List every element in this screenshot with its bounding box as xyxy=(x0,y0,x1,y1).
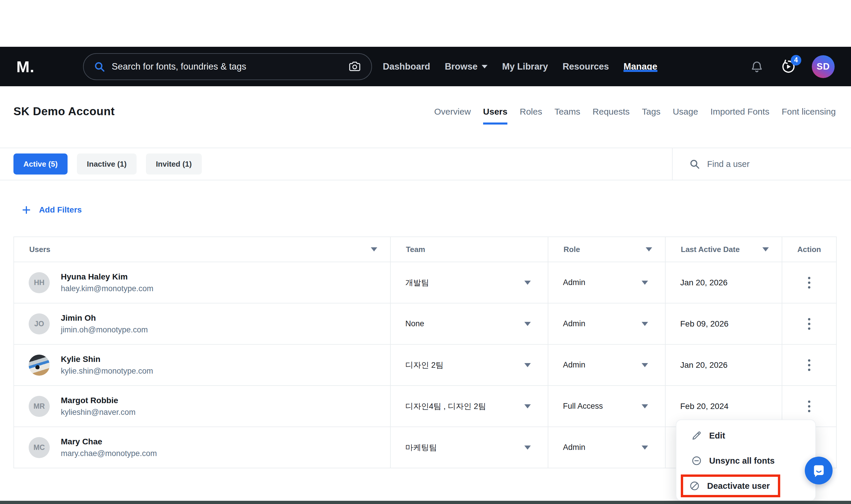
nav-item-label: Resources xyxy=(563,61,609,72)
kebab-menu-icon[interactable] xyxy=(804,356,814,375)
role-dropdown[interactable]: Admin xyxy=(548,303,666,344)
chevron-down-icon xyxy=(524,446,531,450)
column-header-label: Last Active Date xyxy=(681,245,740,254)
last-active-value: Feb 09, 2026 xyxy=(680,319,728,329)
tab-teams[interactable]: Teams xyxy=(554,107,580,125)
user-name: Hyuna Haley Kim xyxy=(61,272,154,282)
add-filters-button[interactable]: + Add Filters xyxy=(22,203,82,216)
tab-imported-fonts[interactable]: Imported Fonts xyxy=(710,107,769,125)
role-value: Admin xyxy=(563,319,585,328)
avatar-photo xyxy=(29,355,50,376)
chevron-down-icon xyxy=(642,404,648,409)
pill-inactive-1[interactable]: Inactive (1) xyxy=(77,154,137,175)
kebab-menu-icon[interactable] xyxy=(804,273,814,292)
find-user-placeholder: Find a user xyxy=(707,159,749,169)
table-row-jimin-oh: JO Jimin Oh jimin.oh@monotype.com None A… xyxy=(14,303,836,345)
camera-icon[interactable] xyxy=(348,60,361,73)
table-header-row: Users Team Role Last Active Date Action xyxy=(14,237,836,262)
menu-item-edit[interactable]: Edit xyxy=(676,423,815,448)
sync-badge: 4 xyxy=(791,55,801,66)
tab-overview[interactable]: Overview xyxy=(434,107,471,125)
user-cell: HH Hyuna Haley Kim haley.kim@monotype.co… xyxy=(14,262,391,303)
global-search-input[interactable]: Search for fonts, foundries & tags xyxy=(83,53,372,80)
team-dropdown[interactable]: 개발팀 xyxy=(391,262,548,303)
search-icon xyxy=(93,61,105,72)
user-email: jimin.oh@monotype.com xyxy=(61,325,148,335)
menu-item-deactivate-user[interactable]: Deactivate user xyxy=(676,473,815,499)
bell-icon[interactable] xyxy=(750,60,764,74)
navbar: M. Search for fonts, foundries & tags Da… xyxy=(0,47,851,86)
nav-item-dashboard[interactable]: Dashboard xyxy=(375,61,438,72)
chevron-down-icon xyxy=(642,281,648,285)
tab-usage[interactable]: Usage xyxy=(673,107,698,125)
last-active-cell: Feb 09, 2026 xyxy=(666,303,782,344)
team-dropdown[interactable]: 마케팅팀 xyxy=(391,427,548,468)
chat-launcher-button[interactable] xyxy=(805,457,833,484)
last-active-value: Jan 20, 2026 xyxy=(680,360,728,370)
tab-roles[interactable]: Roles xyxy=(520,107,542,125)
kebab-menu-icon[interactable] xyxy=(804,397,814,416)
user-cell: Kylie Shin kylie.shin@monotype.com xyxy=(14,345,391,385)
circle-minus-icon xyxy=(691,455,702,466)
nav-item-browse[interactable]: Browse xyxy=(438,61,495,72)
add-filters-label: Add Filters xyxy=(39,205,82,215)
monotype-logo[interactable]: M. xyxy=(16,58,35,76)
column-header-users[interactable]: Users xyxy=(14,237,391,262)
user-email: kylieshin@naver.com xyxy=(61,408,136,417)
table-row-hyuna-haley-kim: HH Hyuna Haley Kim haley.kim@monotype.co… xyxy=(14,262,836,303)
action-cell xyxy=(782,303,836,344)
tab-font-licensing[interactable]: Font licensing xyxy=(782,107,836,125)
find-user-input[interactable]: Find a user xyxy=(672,148,851,180)
team-value: 마케팅팀 xyxy=(405,442,437,453)
role-dropdown[interactable]: Admin xyxy=(548,427,666,468)
team-value: 개발팀 xyxy=(405,277,429,288)
column-header-last-active-date[interactable]: Last Active Date xyxy=(666,237,782,262)
chevron-down-icon xyxy=(762,247,769,251)
column-header-action[interactable]: Action xyxy=(782,237,836,262)
role-value: Full Access xyxy=(563,402,603,411)
team-dropdown[interactable]: 디자인4팀 , 디자인 2팀 xyxy=(391,386,548,427)
tab-requests[interactable]: Requests xyxy=(592,107,630,125)
user-cell: JO Jimin Oh jimin.oh@monotype.com xyxy=(14,303,391,344)
role-dropdown[interactable]: Admin xyxy=(548,262,666,303)
team-dropdown[interactable]: None xyxy=(391,303,548,344)
kebab-menu-icon[interactable] xyxy=(804,314,814,333)
menu-item-label: Edit xyxy=(709,431,725,440)
pill-invited-1[interactable]: Invited (1) xyxy=(146,154,202,175)
role-dropdown[interactable]: Admin xyxy=(548,345,666,385)
menu-item-unsync-all-fonts[interactable]: Unsync all fonts xyxy=(676,448,815,473)
pill-active-5[interactable]: Active (5) xyxy=(14,154,68,175)
avatar: MR xyxy=(29,396,50,417)
pencil-icon xyxy=(691,430,702,441)
row-context-menu: Edit Unsync all fonts xyxy=(676,419,816,501)
status-pills: Active (5)Inactive (1)Invited (1) xyxy=(14,154,202,175)
nav-item-manage[interactable]: Manage xyxy=(616,61,664,72)
role-value: Admin xyxy=(563,443,585,452)
tab-label: Usage xyxy=(673,107,698,116)
nav-item-label: Dashboard xyxy=(383,61,430,72)
user-identity: Jimin Oh jimin.oh@monotype.com xyxy=(61,313,148,335)
user-email: haley.kim@monotype.com xyxy=(61,284,154,293)
nav-item-my-library[interactable]: My Library xyxy=(495,61,555,72)
column-header-role[interactable]: Role xyxy=(548,237,666,262)
user-avatar[interactable]: SD xyxy=(812,55,835,78)
pill-label: Inactive (1) xyxy=(87,160,127,169)
action-cell xyxy=(782,345,836,385)
page-header: SK Demo Account OverviewUsersRolesTeamsR… xyxy=(0,86,851,148)
nav-item-resources[interactable]: Resources xyxy=(555,61,617,72)
tab-tags[interactable]: Tags xyxy=(642,107,660,125)
role-value: Admin xyxy=(563,360,585,370)
pill-label: Invited (1) xyxy=(156,160,192,169)
last-active-value: Jan 20, 2026 xyxy=(680,278,728,287)
tab-users[interactable]: Users xyxy=(483,107,508,125)
chevron-down-icon xyxy=(524,404,531,409)
role-dropdown[interactable]: Full Access xyxy=(548,386,666,427)
last-active-cell: Jan 20, 2026 xyxy=(666,262,782,303)
column-header-team[interactable]: Team xyxy=(391,237,548,262)
user-name: Margot Robbie xyxy=(61,396,136,405)
search-icon xyxy=(689,159,700,169)
avatar: HH xyxy=(29,272,50,293)
chat-bubble-icon xyxy=(811,463,827,478)
team-dropdown[interactable]: 디자인 2팀 xyxy=(391,345,548,385)
sync-status-button[interactable]: 4 xyxy=(781,59,796,74)
